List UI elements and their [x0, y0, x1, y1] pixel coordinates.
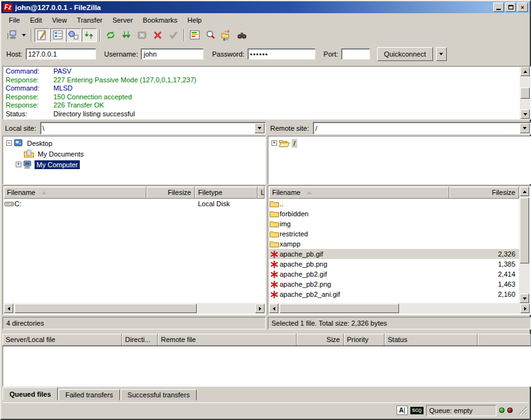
disconnect-button[interactable]	[150, 28, 165, 42]
quickconnect-button[interactable]: Quickconnect	[377, 47, 433, 61]
tree-item-my-documents[interactable]: My Documents	[3, 148, 265, 159]
site-manager-dropdown[interactable]	[19, 28, 28, 42]
quickconnect-dropdown[interactable]	[436, 47, 447, 61]
file-row[interactable]: ..	[269, 199, 519, 209]
reconnect-button[interactable]	[166, 28, 181, 42]
scroll-right-button[interactable]	[520, 304, 530, 313]
remote-vertical-scrollbar[interactable]	[519, 187, 530, 303]
file-row[interactable]: img	[269, 219, 519, 229]
directory-swap-button[interactable]	[219, 28, 234, 42]
local-site-combo[interactable]: \	[40, 122, 266, 135]
expand-icon[interactable]: +	[16, 162, 21, 167]
column-header-status[interactable]: Status	[385, 334, 478, 346]
menu-edit[interactable]: Edit	[25, 15, 47, 25]
tab-successful-transfers[interactable]: Successful transfers	[121, 389, 197, 401]
menu-file[interactable]: File	[4, 15, 25, 25]
remote-tree: + /	[268, 136, 531, 184]
minimize-button[interactable]	[493, 3, 504, 12]
port-input[interactable]	[341, 48, 370, 60]
port-label: Port:	[324, 50, 338, 58]
speedlimit-badge-icon[interactable]: SCQ	[410, 407, 424, 414]
column-header-remote-file[interactable]: Remote file	[158, 334, 297, 346]
menu-transfer[interactable]: Transfer	[72, 15, 107, 25]
queue-status-text: Queue: empty	[429, 407, 473, 414]
column-header-server-local-file[interactable]: Server/Local file	[3, 334, 122, 346]
scrollbar-thumb[interactable]	[280, 304, 399, 313]
file-row[interactable]: apache_pb2.gif 2,414	[269, 269, 519, 279]
password-input[interactable]	[248, 48, 315, 60]
refresh-button[interactable]	[103, 28, 118, 42]
file-row[interactable]: C: Local Disk	[4, 199, 265, 209]
file-row-selected[interactable]: apache_pb.gif 2,326	[269, 249, 519, 259]
tree-item-desktop[interactable]: − Desktop	[3, 138, 265, 148]
arrow-up-icon	[523, 191, 527, 193]
column-header-filesize[interactable]: Filesize	[449, 187, 519, 199]
column-header-filename[interactable]: Filename	[269, 187, 449, 199]
column-header-priority[interactable]: Priority	[344, 334, 385, 346]
file-row[interactable]: restricted	[269, 229, 519, 239]
column-header-filetype[interactable]: Filetype	[195, 187, 258, 199]
menu-view[interactable]: View	[47, 15, 72, 25]
menu-bookmarks[interactable]: Bookmarks	[138, 15, 182, 25]
scroll-right-button[interactable]	[255, 304, 265, 313]
username-input[interactable]	[141, 48, 204, 60]
remote-site-dropdown[interactable]	[520, 123, 530, 133]
title-bar[interactable]: Fz john@127.0.0.1 - FileZilla ×	[1, 1, 530, 13]
tree-item-my-computer[interactable]: + My Computer	[3, 159, 265, 170]
local-status-bar: 4 directories	[3, 317, 266, 329]
site-manager-button[interactable]	[4, 28, 19, 42]
arrow-left-icon	[273, 307, 275, 311]
log-vertical-scrollbar[interactable]	[520, 67, 530, 119]
folder-icon	[269, 230, 280, 238]
scroll-down-button[interactable]	[520, 294, 529, 303]
resize-grip[interactable]	[518, 406, 527, 415]
process-queue-button[interactable]	[119, 28, 134, 42]
menu-help[interactable]: Help	[182, 15, 207, 25]
scroll-up-button[interactable]	[520, 187, 529, 196]
toggle-remote-tree-button[interactable]	[66, 28, 81, 42]
scroll-left-button[interactable]	[4, 304, 13, 313]
column-header-filename[interactable]: Filename	[4, 187, 146, 199]
log-line: Command:PASV	[6, 67, 520, 76]
file-row[interactable]: forbidden	[269, 209, 519, 219]
scroll-up-button[interactable]	[520, 67, 530, 76]
column-header-direction[interactable]: Directi...	[122, 334, 158, 346]
scroll-left-button[interactable]	[269, 304, 278, 313]
menu-server[interactable]: Server	[107, 15, 138, 25]
collapse-icon[interactable]: −	[6, 140, 12, 146]
column-header-lastmodified[interactable]: L	[258, 187, 265, 199]
file-row[interactable]: apache_pb2.png 1,463	[269, 279, 519, 289]
transfer-type-icon[interactable]: A|	[397, 406, 408, 415]
local-horizontal-scrollbar[interactable]	[4, 303, 265, 314]
scrollbar-thumb[interactable]	[520, 87, 530, 99]
column-header-size[interactable]: Size	[297, 334, 344, 346]
remote-site-combo[interactable]: /	[313, 122, 531, 135]
tab-failed-transfers[interactable]: Failed transfers	[58, 389, 120, 401]
scrollbar-thumb[interactable]	[14, 304, 197, 313]
host-input[interactable]	[26, 48, 96, 60]
expand-icon[interactable]: +	[271, 140, 277, 146]
file-row[interactable]: xampp	[269, 239, 519, 249]
scroll-down-button[interactable]	[520, 109, 530, 119]
refresh-icon	[105, 30, 116, 41]
toggle-queue-button[interactable]	[82, 28, 97, 42]
directory-comparison-button[interactable]	[187, 28, 202, 42]
synchronized-browsing-button[interactable]	[203, 28, 218, 42]
local-site-dropdown[interactable]	[255, 123, 265, 133]
remote-horizontal-scrollbar[interactable]	[269, 303, 530, 314]
cancel-button[interactable]	[134, 28, 150, 42]
maximize-button[interactable]	[505, 3, 516, 12]
find-files-button[interactable]	[234, 28, 249, 42]
tab-queued-files[interactable]: Queued files	[3, 387, 58, 401]
toggle-local-tree-button[interactable]	[50, 28, 65, 42]
toggle-message-log-button[interactable]	[35, 28, 50, 42]
close-button[interactable]: ×	[517, 3, 528, 12]
file-row[interactable]: apache_pb2_ani.gif 2,160	[269, 289, 519, 299]
queue-body[interactable]	[3, 346, 531, 387]
scrollbar-thumb[interactable]	[520, 197, 529, 263]
column-header-filesize[interactable]: Filesize	[146, 187, 195, 199]
file-row[interactable]: apache_pb.png 1,385	[269, 259, 519, 269]
tree-item-root[interactable]: + /	[268, 138, 530, 148]
message-log: Command:PASV Response:227 Entering Passi…	[3, 66, 531, 119]
local-status-text: 4 directories	[6, 319, 44, 327]
